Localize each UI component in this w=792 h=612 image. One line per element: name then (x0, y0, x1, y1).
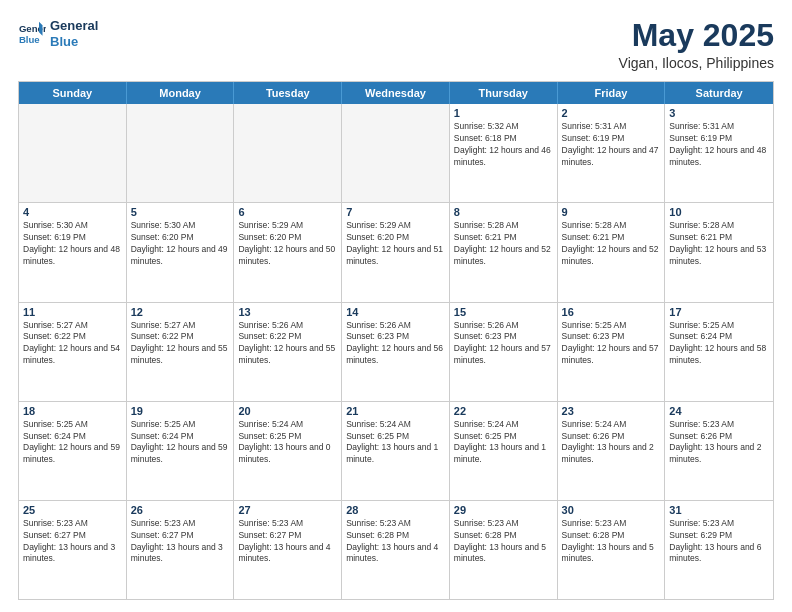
calendar-cell: 24Sunrise: 5:23 AMSunset: 6:26 PMDayligh… (665, 402, 773, 500)
day-number: 14 (346, 306, 445, 318)
day-info: Sunrise: 5:28 AMSunset: 6:21 PMDaylight:… (562, 220, 661, 268)
calendar-header-cell: Thursday (450, 82, 558, 104)
day-number: 3 (669, 107, 769, 119)
day-info: Sunrise: 5:24 AMSunset: 6:25 PMDaylight:… (454, 419, 553, 467)
calendar-cell: 3Sunrise: 5:31 AMSunset: 6:19 PMDaylight… (665, 104, 773, 202)
calendar-cell: 21Sunrise: 5:24 AMSunset: 6:25 PMDayligh… (342, 402, 450, 500)
day-number: 27 (238, 504, 337, 516)
calendar-cell: 19Sunrise: 5:25 AMSunset: 6:24 PMDayligh… (127, 402, 235, 500)
calendar-week: 11Sunrise: 5:27 AMSunset: 6:22 PMDayligh… (19, 303, 773, 402)
day-number: 20 (238, 405, 337, 417)
day-info: Sunrise: 5:24 AMSunset: 6:26 PMDaylight:… (562, 419, 661, 467)
day-info: Sunrise: 5:30 AMSunset: 6:19 PMDaylight:… (23, 220, 122, 268)
calendar-cell (234, 104, 342, 202)
calendar-cell: 10Sunrise: 5:28 AMSunset: 6:21 PMDayligh… (665, 203, 773, 301)
day-info: Sunrise: 5:26 AMSunset: 6:23 PMDaylight:… (454, 320, 553, 368)
calendar-week: 18Sunrise: 5:25 AMSunset: 6:24 PMDayligh… (19, 402, 773, 501)
calendar-header-cell: Tuesday (234, 82, 342, 104)
day-info: Sunrise: 5:26 AMSunset: 6:23 PMDaylight:… (346, 320, 445, 368)
calendar-week: 4Sunrise: 5:30 AMSunset: 6:19 PMDaylight… (19, 203, 773, 302)
calendar-header-cell: Wednesday (342, 82, 450, 104)
day-info: Sunrise: 5:31 AMSunset: 6:19 PMDaylight:… (562, 121, 661, 169)
day-number: 16 (562, 306, 661, 318)
logo-icon: General Blue (18, 20, 46, 48)
day-number: 23 (562, 405, 661, 417)
logo-general: General (50, 18, 98, 34)
calendar-cell: 6Sunrise: 5:29 AMSunset: 6:20 PMDaylight… (234, 203, 342, 301)
calendar-week: 1Sunrise: 5:32 AMSunset: 6:18 PMDaylight… (19, 104, 773, 203)
day-info: Sunrise: 5:27 AMSunset: 6:22 PMDaylight:… (131, 320, 230, 368)
day-info: Sunrise: 5:31 AMSunset: 6:19 PMDaylight:… (669, 121, 769, 169)
day-number: 30 (562, 504, 661, 516)
day-info: Sunrise: 5:29 AMSunset: 6:20 PMDaylight:… (238, 220, 337, 268)
header: General Blue General Blue May 2025 Vigan… (18, 18, 774, 71)
day-info: Sunrise: 5:28 AMSunset: 6:21 PMDaylight:… (454, 220, 553, 268)
day-number: 13 (238, 306, 337, 318)
calendar-cell: 30Sunrise: 5:23 AMSunset: 6:28 PMDayligh… (558, 501, 666, 599)
day-info: Sunrise: 5:23 AMSunset: 6:28 PMDaylight:… (454, 518, 553, 566)
day-info: Sunrise: 5:24 AMSunset: 6:25 PMDaylight:… (346, 419, 445, 467)
title-block: May 2025 Vigan, Ilocos, Philippines (619, 18, 774, 71)
calendar-cell: 15Sunrise: 5:26 AMSunset: 6:23 PMDayligh… (450, 303, 558, 401)
day-info: Sunrise: 5:28 AMSunset: 6:21 PMDaylight:… (669, 220, 769, 268)
subtitle: Vigan, Ilocos, Philippines (619, 55, 774, 71)
day-number: 10 (669, 206, 769, 218)
day-info: Sunrise: 5:23 AMSunset: 6:26 PMDaylight:… (669, 419, 769, 467)
day-info: Sunrise: 5:26 AMSunset: 6:22 PMDaylight:… (238, 320, 337, 368)
calendar-cell: 7Sunrise: 5:29 AMSunset: 6:20 PMDaylight… (342, 203, 450, 301)
day-info: Sunrise: 5:25 AMSunset: 6:24 PMDaylight:… (23, 419, 122, 467)
calendar-cell: 14Sunrise: 5:26 AMSunset: 6:23 PMDayligh… (342, 303, 450, 401)
day-number: 25 (23, 504, 122, 516)
day-info: Sunrise: 5:23 AMSunset: 6:27 PMDaylight:… (131, 518, 230, 566)
day-number: 28 (346, 504, 445, 516)
calendar-cell: 13Sunrise: 5:26 AMSunset: 6:22 PMDayligh… (234, 303, 342, 401)
day-number: 26 (131, 504, 230, 516)
day-number: 4 (23, 206, 122, 218)
calendar-cell: 4Sunrise: 5:30 AMSunset: 6:19 PMDaylight… (19, 203, 127, 301)
calendar-cell: 17Sunrise: 5:25 AMSunset: 6:24 PMDayligh… (665, 303, 773, 401)
calendar-week: 25Sunrise: 5:23 AMSunset: 6:27 PMDayligh… (19, 501, 773, 599)
day-number: 31 (669, 504, 769, 516)
calendar-cell: 26Sunrise: 5:23 AMSunset: 6:27 PMDayligh… (127, 501, 235, 599)
day-info: Sunrise: 5:25 AMSunset: 6:24 PMDaylight:… (131, 419, 230, 467)
day-number: 21 (346, 405, 445, 417)
calendar-cell: 11Sunrise: 5:27 AMSunset: 6:22 PMDayligh… (19, 303, 127, 401)
calendar-header-cell: Monday (127, 82, 235, 104)
day-info: Sunrise: 5:24 AMSunset: 6:25 PMDaylight:… (238, 419, 337, 467)
calendar: SundayMondayTuesdayWednesdayThursdayFrid… (18, 81, 774, 600)
calendar-header-cell: Sunday (19, 82, 127, 104)
day-number: 18 (23, 405, 122, 417)
calendar-cell: 20Sunrise: 5:24 AMSunset: 6:25 PMDayligh… (234, 402, 342, 500)
calendar-cell: 12Sunrise: 5:27 AMSunset: 6:22 PMDayligh… (127, 303, 235, 401)
day-info: Sunrise: 5:29 AMSunset: 6:20 PMDaylight:… (346, 220, 445, 268)
day-number: 17 (669, 306, 769, 318)
day-number: 15 (454, 306, 553, 318)
day-info: Sunrise: 5:25 AMSunset: 6:24 PMDaylight:… (669, 320, 769, 368)
calendar-cell (342, 104, 450, 202)
day-info: Sunrise: 5:32 AMSunset: 6:18 PMDaylight:… (454, 121, 553, 169)
calendar-header-cell: Saturday (665, 82, 773, 104)
main-title: May 2025 (619, 18, 774, 53)
day-number: 6 (238, 206, 337, 218)
calendar-cell: 2Sunrise: 5:31 AMSunset: 6:19 PMDaylight… (558, 104, 666, 202)
calendar-body: 1Sunrise: 5:32 AMSunset: 6:18 PMDaylight… (19, 104, 773, 599)
day-number: 22 (454, 405, 553, 417)
calendar-header-cell: Friday (558, 82, 666, 104)
calendar-cell: 8Sunrise: 5:28 AMSunset: 6:21 PMDaylight… (450, 203, 558, 301)
day-number: 8 (454, 206, 553, 218)
day-number: 12 (131, 306, 230, 318)
svg-text:Blue: Blue (19, 33, 40, 44)
calendar-header: SundayMondayTuesdayWednesdayThursdayFrid… (19, 82, 773, 104)
day-info: Sunrise: 5:23 AMSunset: 6:29 PMDaylight:… (669, 518, 769, 566)
calendar-cell: 27Sunrise: 5:23 AMSunset: 6:27 PMDayligh… (234, 501, 342, 599)
calendar-cell: 22Sunrise: 5:24 AMSunset: 6:25 PMDayligh… (450, 402, 558, 500)
calendar-cell: 16Sunrise: 5:25 AMSunset: 6:23 PMDayligh… (558, 303, 666, 401)
calendar-cell: 18Sunrise: 5:25 AMSunset: 6:24 PMDayligh… (19, 402, 127, 500)
day-number: 1 (454, 107, 553, 119)
calendar-cell (19, 104, 127, 202)
day-number: 24 (669, 405, 769, 417)
day-number: 11 (23, 306, 122, 318)
calendar-cell: 29Sunrise: 5:23 AMSunset: 6:28 PMDayligh… (450, 501, 558, 599)
day-info: Sunrise: 5:23 AMSunset: 6:27 PMDaylight:… (238, 518, 337, 566)
calendar-cell: 5Sunrise: 5:30 AMSunset: 6:20 PMDaylight… (127, 203, 235, 301)
